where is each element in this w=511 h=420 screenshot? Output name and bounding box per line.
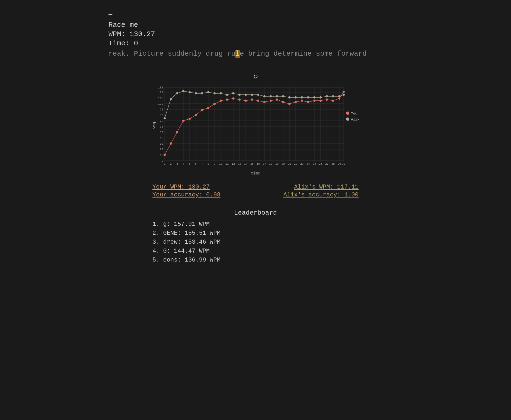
svg-text:20: 20 [282, 163, 285, 166]
svg-text:11: 11 [225, 163, 229, 166]
svg-text:80: 80 [160, 114, 163, 117]
svg-point-152 [346, 117, 349, 121]
svg-point-99 [220, 100, 222, 102]
typing-text: reak. Picture suddenly drug rule bring d… [108, 50, 367, 58]
svg-point-92 [176, 131, 178, 133]
svg-point-116 [326, 98, 328, 101]
alix-wpm: Alix's WPM: 117.11 [283, 184, 359, 190]
svg-point-130 [226, 94, 228, 96]
leaderboard-section: Leaderboard 1. g: 157.91 WPM 2. GENE: 15… [152, 209, 359, 266]
svg-point-129 [220, 92, 222, 94]
svg-text:8: 8 [207, 163, 209, 166]
svg-point-136 [263, 95, 266, 97]
svg-point-142 [301, 96, 303, 98]
svg-text:27: 27 [325, 163, 328, 166]
svg-point-144 [313, 96, 315, 98]
svg-point-95 [195, 114, 197, 116]
wpm-display: WPM: 130.27 [108, 30, 367, 38]
wpm-chart: 0 10 20 30 40 50 60 70 80 90 100 110 [152, 86, 359, 170]
cursor-char: l [235, 50, 240, 58]
refresh-button[interactable]: ↻ [253, 71, 258, 81]
svg-point-94 [189, 118, 191, 120]
svg-point-148 [338, 95, 340, 97]
time-display: Time: 0 [108, 39, 367, 47]
your-stats: Your WPM: 130.27 Your accuracy: 0.98 [152, 184, 221, 198]
svg-point-119 [343, 91, 345, 93]
svg-point-96 [201, 109, 203, 111]
svg-point-134 [251, 94, 253, 96]
svg-point-115 [320, 100, 322, 102]
svg-text:30: 30 [342, 163, 345, 166]
text-before-cursor: reak. Picture suddenly drug ru [108, 50, 235, 58]
alix-stats: Alix's WPM: 117.11 Alix's accuracy: 1.00 [283, 184, 359, 198]
svg-point-128 [213, 92, 216, 94]
svg-text:21: 21 [288, 163, 291, 166]
stats-section: Your WPM: 130.27 Your accuracy: 0.98 Ali… [152, 184, 359, 198]
svg-point-139 [282, 95, 284, 97]
svg-text:4: 4 [183, 163, 184, 166]
svg-text:16: 16 [257, 163, 260, 166]
svg-text:20: 20 [160, 148, 163, 151]
svg-text:24: 24 [306, 163, 310, 166]
svg-point-140 [288, 96, 290, 98]
svg-point-108 [276, 98, 278, 101]
svg-text:12: 12 [232, 163, 235, 166]
svg-point-100 [226, 98, 228, 101]
svg-point-123 [182, 90, 184, 92]
svg-text:1: 1 [164, 163, 165, 166]
svg-point-105 [257, 100, 259, 102]
svg-point-114 [313, 100, 315, 102]
list-item: 3. drew: 153.46 WPM [152, 239, 359, 246]
svg-text:2: 2 [170, 163, 172, 166]
svg-text:28: 28 [331, 163, 335, 166]
svg-text:Alix: Alix [351, 117, 359, 122]
svg-point-93 [182, 120, 184, 122]
svg-text:13: 13 [238, 163, 241, 166]
svg-point-122 [176, 92, 178, 94]
svg-text:3: 3 [176, 163, 178, 166]
svg-text:9: 9 [214, 163, 215, 166]
svg-point-117 [332, 100, 334, 102]
svg-point-103 [245, 100, 247, 102]
svg-point-112 [301, 100, 303, 102]
alix-accuracy: Alix's accuracy: 1.00 [283, 192, 359, 198]
svg-text:14: 14 [244, 163, 247, 166]
svg-point-91 [170, 142, 172, 145]
svg-text:17: 17 [263, 163, 266, 166]
svg-text:6: 6 [195, 163, 197, 166]
back-button[interactable]: ← [108, 11, 112, 18]
list-item: 5. cons: 136.99 WPM [152, 257, 359, 263]
svg-point-149 [343, 94, 345, 96]
list-item: 1. g: 157.91 WPM [152, 221, 359, 228]
svg-text:26: 26 [319, 163, 322, 166]
svg-point-143 [307, 96, 309, 98]
x-axis-label: time [152, 171, 359, 176]
svg-point-113 [307, 101, 309, 103]
svg-text:30: 30 [160, 142, 163, 145]
svg-text:50: 50 [160, 131, 163, 134]
svg-point-111 [295, 101, 297, 103]
svg-point-98 [213, 103, 216, 105]
svg-text:110: 110 [158, 97, 163, 100]
svg-text:100: 100 [158, 102, 163, 106]
svg-point-133 [245, 94, 247, 96]
leaderboard-title: Leaderboard [234, 209, 277, 217]
svg-text:WPM: WPM [153, 122, 157, 128]
svg-point-141 [295, 96, 297, 98]
svg-point-145 [320, 96, 322, 98]
svg-point-118 [338, 97, 340, 100]
svg-point-90 [164, 154, 166, 156]
svg-text:130: 130 [158, 86, 163, 89]
svg-point-120 [164, 117, 166, 119]
svg-point-147 [332, 95, 334, 97]
svg-text:18: 18 [269, 163, 272, 166]
list-item: 2. GENE: 155.51 WPM [152, 230, 359, 237]
svg-text:7: 7 [201, 163, 203, 166]
text-after-cursor: e bring determine some forward [240, 50, 367, 58]
list-item: 4. G: 144.47 WPM [152, 248, 359, 254]
svg-point-104 [251, 98, 253, 101]
race-title: Race me [108, 21, 367, 29]
svg-point-110 [288, 103, 290, 105]
svg-rect-0 [165, 87, 344, 161]
svg-text:29: 29 [338, 163, 341, 166]
